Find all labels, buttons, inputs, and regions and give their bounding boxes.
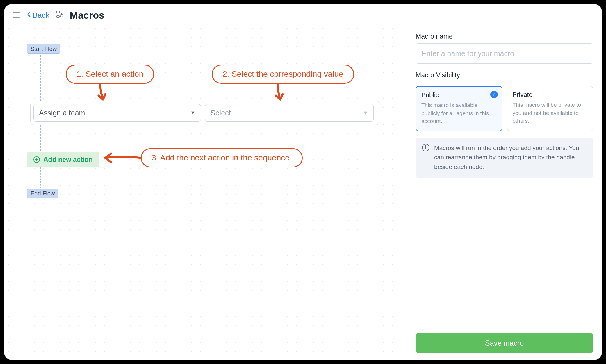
add-action-label: Add new action	[43, 156, 93, 164]
arrow-icon	[102, 151, 142, 165]
svg-rect-0	[57, 11, 59, 13]
save-macro-button[interactable]: Save macro	[416, 333, 593, 353]
action-node[interactable]: Assign a team ▼ Select ▼	[30, 101, 380, 125]
arrow-icon	[88, 83, 112, 103]
value-select[interactable]: Select ▼	[205, 104, 374, 122]
menu-icon[interactable]	[13, 12, 20, 18]
plus-circle-icon: +	[33, 156, 40, 163]
header-bar: Back Macros	[4, 4, 602, 24]
visibility-public-option[interactable]: Public This macro is available publicly …	[416, 86, 502, 131]
svg-rect-1	[57, 16, 59, 17]
visibility-public-desc: This macro is available publicly for all…	[421, 101, 497, 125]
visibility-private-option[interactable]: Private This macro will be private to yo…	[507, 86, 593, 131]
action-select-value: Assign a team	[39, 109, 85, 117]
app-body: Start Flow Assign a team ▼ Select ▼ + Ad…	[4, 24, 602, 360]
end-flow-pill: End Flow	[27, 189, 58, 198]
connector-line	[40, 55, 41, 101]
info-text: Macros will run in the order you add you…	[434, 143, 587, 172]
chevron-left-icon	[27, 11, 31, 20]
page-title: Macros	[70, 10, 104, 21]
caret-down-icon: ▼	[190, 110, 195, 116]
visibility-private-title: Private	[513, 91, 588, 99]
back-link[interactable]: Back	[27, 11, 49, 20]
connector-line	[40, 167, 41, 188]
annotation-step-3: 3. Add the next action in the sequence.	[141, 148, 303, 167]
svg-point-2	[60, 15, 63, 17]
visibility-public-title: Public	[421, 91, 497, 99]
save-macro-label: Save macro	[485, 339, 524, 347]
arrow-icon	[266, 83, 289, 103]
start-flow-pill: Start Flow	[27, 44, 60, 54]
visibility-group: Public This macro is available publicly …	[416, 86, 593, 131]
annotation-step-2: 2. Select the corresponding value	[212, 65, 354, 84]
flow-canvas: Start Flow Assign a team ▼ Select ▼ + Ad…	[4, 24, 407, 360]
action-select[interactable]: Assign a team ▼	[33, 104, 201, 122]
value-select-placeholder: Select	[211, 109, 231, 117]
back-link-label: Back	[33, 11, 49, 20]
caret-down-icon: ▼	[363, 110, 368, 116]
macro-settings-panel: Macro name Macro Visibility Public This …	[407, 24, 602, 360]
visibility-label: Macro Visibility	[416, 71, 593, 79]
info-icon: i	[422, 144, 429, 151]
info-callout: i Macros will run in the order you add y…	[416, 138, 593, 178]
macro-name-label: Macro name	[416, 33, 593, 40]
add-action-button[interactable]: + Add new action	[27, 152, 99, 167]
flow-glyph-icon	[56, 10, 63, 20]
app-window: Back Macros Start Flow Assign a team ▼	[4, 4, 602, 360]
annotation-step-1: 1. Select an action	[66, 65, 154, 84]
visibility-private-desc: This macro will be private to you and no…	[513, 101, 588, 125]
macro-name-input[interactable]	[416, 43, 593, 64]
check-circle-icon: ✓	[490, 91, 498, 98]
